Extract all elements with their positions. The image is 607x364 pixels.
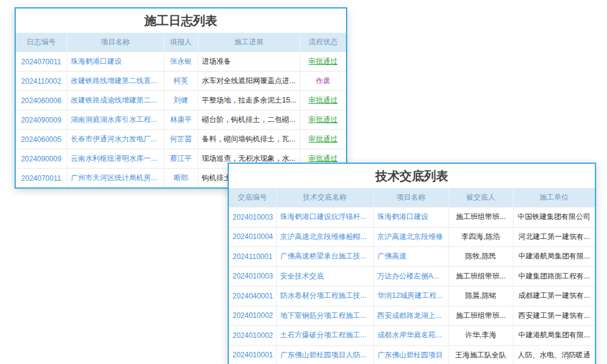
disclosure-name-link[interactable]: 广东佛山碧桂园项目人防... — [280, 351, 367, 359]
table-row: 2024110001 广佛高速桥梁承台施工技... 广佛高速 陈牧,陈民 中建港… — [229, 247, 595, 267]
disclosure-id-link[interactable]: 2024010002 — [232, 331, 273, 340]
log-id-link[interactable]: 2024090009 — [21, 155, 61, 163]
disclosure-id-link[interactable]: 2024010001 — [232, 351, 273, 359]
log-col-header-reporter: 填报人 — [164, 33, 198, 52]
log-status-link[interactable]: 审批通过 — [308, 57, 337, 66]
log-id-link[interactable]: 2024060005 — [21, 135, 61, 144]
disclosure-col-header-name: 技术交底名称 — [276, 188, 373, 207]
disclosure-id-link[interactable]: 2024010003 — [232, 213, 273, 221]
log-project-link[interactable]: 广州市天河区统计局机房... — [71, 174, 157, 182]
disclosure-project-link[interactable]: 广东佛山碧桂园项目 — [378, 351, 443, 359]
disclosure-recipients-cell: 陈牧,陈民 — [449, 247, 513, 267]
log-reporter-link[interactable]: 柯英 — [174, 76, 188, 85]
log-reporter-link[interactable]: 刘健 — [174, 96, 188, 104]
log-id-link[interactable]: 2024060006 — [21, 96, 61, 105]
disclosure-name-link[interactable]: 地下室钢筋分项工程施工... — [280, 311, 367, 320]
disclosure-col-header-project: 项目名称 — [373, 188, 449, 207]
disclosure-recipients-cell: 李四海,陈浩 — [449, 227, 513, 247]
log-project-link[interactable]: 改建铁路成渝线增建第二... — [71, 96, 157, 104]
disclosure-id-link[interactable]: 2024110001 — [232, 252, 273, 261]
log-id-link[interactable]: 2024070011 — [21, 58, 61, 66]
log-reporter-link[interactable]: 林康平 — [170, 115, 192, 124]
table-row: 2024070011 珠海鹤港口建设 张永银 进场准备 审批通过 — [16, 52, 346, 72]
log-reporter-link[interactable]: 张永银 — [170, 57, 192, 66]
log-project-link[interactable]: 湖南洞庭湖水库引水工程... — [71, 115, 157, 124]
log-header-row: 日志编号 项目名称 填报人 施工进展 流程状态 — [16, 33, 346, 52]
disclosure-unit-cell: 西安建工第一建筑有... — [513, 306, 595, 326]
table-row: 2024060006 改建铁路成渝线增建第二... 刘健 平整场地，拉走多余泥土… — [16, 91, 346, 110]
disclosure-project-link[interactable]: 成都水岸华庭名苑... — [378, 331, 442, 339]
disclosure-name-link[interactable]: 广佛高速桥梁承台施工技... — [280, 252, 367, 260]
log-col-header-project: 项目名称 — [67, 33, 164, 52]
disclosure-id-link[interactable]: 2024010002 — [232, 311, 273, 320]
disclosure-name-link[interactable]: 安全技术交底 — [280, 272, 324, 280]
disclosure-unit-cell: 河北建工第一建筑有... — [513, 227, 595, 247]
log-reporter-link[interactable]: 蔡江平 — [170, 154, 192, 163]
disclosure-unit-cell: 中建港航局集团有限... — [513, 247, 595, 267]
disclosure-name-link[interactable]: 防水卷材分项工程施工技... — [280, 291, 367, 300]
log-project-link[interactable]: 改建铁路线增建第二线直... — [71, 76, 157, 85]
log-col-header-id: 日志编号 — [16, 33, 67, 52]
disclosure-project-link[interactable]: 华润12城房建工程... — [378, 291, 443, 300]
table-row: 2024010003 安全技术交底 万达办公楼左侧A... 施工班组带班... … — [229, 266, 595, 286]
disclosure-id-link[interactable]: 2024010003 — [232, 272, 273, 280]
disclosure-id-link[interactable]: 2024010004 — [232, 232, 273, 241]
log-id-link[interactable]: 2024110002 — [21, 77, 61, 86]
disclosure-name-link[interactable]: 土石方爆破分项工程施工... — [280, 331, 367, 339]
disclosure-unit-cell: 人防、水电、消防暖通 — [513, 345, 595, 364]
disclosure-col-header-unit: 施工单位 — [513, 188, 595, 207]
table-row: 2024010002 土石方爆破分项工程施工... 成都水岸华庭名苑... 许华… — [229, 326, 595, 346]
disclosure-col-header-id: 交底编号 — [229, 188, 276, 207]
log-reporter-link[interactable]: 断郎 — [174, 174, 188, 182]
table-row: 2024040001 防水卷材分项工程施工技... 华润12城房建工程... 陈… — [229, 286, 595, 306]
disclosure-project-link[interactable]: 珠海鹤港口建设 — [378, 212, 429, 221]
disclosure-unit-cell: 成都建工第一建筑有... — [513, 286, 595, 306]
log-id-link[interactable]: 2024090009 — [21, 116, 61, 124]
disclosure-project-link[interactable]: 万达办公楼左侧A... — [378, 272, 439, 280]
table-row: 2024060005 长春市伊通河水力发电厂... 何芷茵 备料，砌间墙钩机排土… — [16, 130, 346, 149]
disclosure-name-link[interactable]: 京沪高速北京段维修桩帽... — [280, 232, 367, 241]
disclosure-unit-cell: 中国铁建集团有限公司 — [513, 207, 595, 228]
disclosure-recipients-cell: 陈晨,陈铭 — [449, 286, 513, 306]
disclosure-project-link[interactable]: 西安成都路龙湖上... — [378, 311, 442, 320]
log-progress-cell: 平整场地，拉走多余泥土15... — [198, 91, 300, 110]
disclosure-recipients-cell: 许华,李海 — [449, 326, 513, 346]
log-col-header-progress: 施工进展 — [198, 33, 300, 52]
log-reporter-link[interactable]: 何芷茵 — [170, 135, 192, 143]
disclosure-recipients-cell: 施工班组带班... — [449, 207, 513, 228]
construction-log-table: 施工日志列表 日志编号 项目名称 填报人 施工进展 流程状态 202407001… — [15, 7, 347, 189]
log-table-title: 施工日志列表 — [16, 8, 346, 33]
log-progress-cell: 备料，砌间墙钩机排土，瓦... — [198, 130, 300, 149]
disclosure-unit-cell: 中建港航局集团有限... — [513, 326, 595, 346]
log-project-link[interactable]: 云南水利枢纽潜明水库一... — [71, 154, 157, 163]
disclosure-table-title: 技术交底列表 — [229, 164, 595, 188]
log-id-link[interactable]: 2024070011 — [21, 174, 61, 183]
log-status-link[interactable]: 审批通过 — [308, 154, 337, 163]
tech-disclosure-table: 技术交底列表 交底编号 技术交底名称 项目名称 被交底人 施工单位 202401… — [228, 163, 596, 364]
table-row: 2024010002 地下室钢筋分项工程施工... 西安成都路龙湖上... 施工… — [229, 306, 595, 326]
disclosure-name-link[interactable]: 珠海鹤港口建设抗浮锚杆... — [280, 212, 367, 221]
table-row: 2024010003 珠海鹤港口建设抗浮锚杆... 珠海鹤港口建设 施工班组带班… — [229, 207, 595, 228]
table-row: 2024010004 京沪高速北京段维修桩帽... 京沪高速北京段维修 李四海,… — [229, 227, 595, 247]
log-col-header-status: 流程状态 — [300, 33, 346, 52]
table-row: 2024090009 湖南洞庭湖水库引水工程... 林康平 砌台阶，钩机排土，二… — [16, 110, 346, 130]
log-status-link[interactable]: 审批通过 — [308, 115, 337, 124]
disclosure-recipients-cell: 王海施工队全队 — [449, 345, 513, 364]
log-project-link[interactable]: 长春市伊通河水力发电厂... — [71, 135, 157, 143]
log-progress-cell: 进场准备 — [198, 52, 300, 72]
disclosure-recipients-cell: 施工班组带班... — [449, 306, 513, 326]
disclosure-project-link[interactable]: 广佛高速 — [378, 252, 407, 260]
disclosure-header-row: 交底编号 技术交底名称 项目名称 被交底人 施工单位 — [229, 188, 595, 207]
log-status-link[interactable]: 审批通过 — [308, 135, 337, 143]
log-status-label: 作废 — [316, 76, 330, 85]
table-row: 2024010001 广东佛山碧桂园项目人防... 广东佛山碧桂园项目 王海施工… — [229, 345, 595, 364]
log-status-link[interactable]: 审批通过 — [308, 96, 337, 104]
log-project-link[interactable]: 珠海鹤港口建设 — [71, 57, 122, 66]
disclosure-recipients-cell: 施工班组带班... — [449, 266, 513, 286]
disclosure-id-link[interactable]: 2024040001 — [232, 292, 273, 300]
disclosure-unit-cell: 中建集团路面工程有... — [513, 266, 595, 286]
log-progress-cell: 水车对全线遮阳网覆盖点进... — [198, 72, 300, 91]
disclosure-project-link[interactable]: 京沪高速北京段维修 — [378, 232, 443, 241]
disclosure-table: 交底编号 技术交底名称 项目名称 被交底人 施工单位 2024010003 珠海… — [229, 188, 595, 364]
log-progress-cell: 砌台阶，钩机排土，二包砌... — [198, 110, 300, 130]
